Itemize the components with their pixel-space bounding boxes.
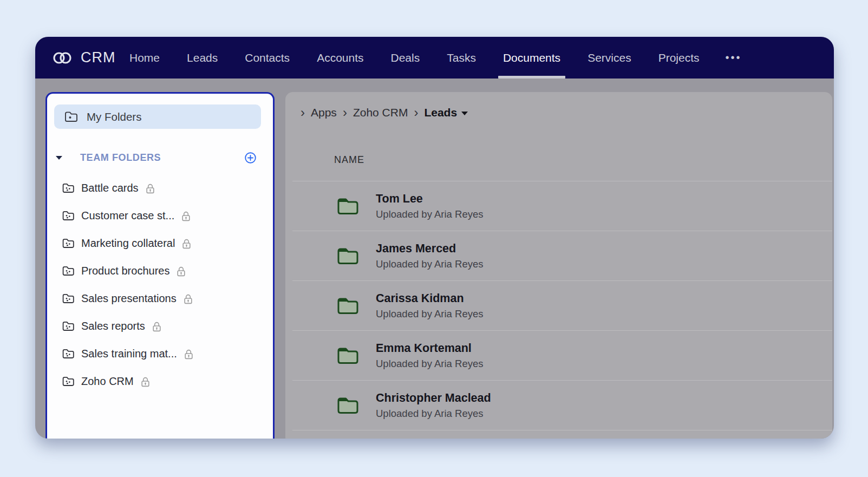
nav-tab[interactable]: Deals [391, 37, 420, 79]
crm-logo[interactable]: CRM [51, 49, 129, 67]
team-folder-item[interactable]: Product brochures [47, 257, 273, 285]
nav-tab-label: Home [129, 51, 160, 64]
nav-tab[interactable]: Tasks [447, 37, 476, 79]
shared-folder-icon [62, 183, 74, 193]
nav-tab[interactable]: Accounts [317, 37, 363, 79]
folder-dot-icon [64, 111, 77, 122]
team-folder-label: Product brochures [81, 265, 169, 277]
document-uploader: Uploaded by Aria Reyes [376, 407, 491, 420]
team-folder-item[interactable]: Marketing collateral [47, 230, 273, 257]
breadcrumb-current-leads[interactable]: Leads [424, 106, 468, 119]
document-row[interactable]: Carissa Kidman Uploaded by Aria Reyes [292, 281, 832, 331]
shared-folder-icon [62, 238, 74, 249]
nav-tabs: Home Leads Contacts Accounts Deals [129, 37, 700, 79]
document-row[interactable]: James Merced Uploaded by Aria Reyes [292, 231, 832, 281]
team-folder-item[interactable]: Customer case st... [47, 202, 273, 230]
lock-icon [181, 211, 191, 221]
nav-tab-label: Accounts [317, 51, 363, 64]
nav-tab[interactable]: Leads [187, 37, 218, 79]
lock-icon [184, 349, 193, 360]
document-row-text: Tom Lee Uploaded by Aria Reyes [376, 192, 483, 221]
document-row[interactable]: Emma Kortemanl Uploaded by Aria Reyes [292, 331, 832, 381]
breadcrumb-apps[interactable]: Apps [311, 106, 337, 119]
document-row-text: Carissa Kidman Uploaded by Aria Reyes [376, 291, 483, 321]
document-row[interactable]: Tom Lee Uploaded by Aria Reyes [292, 181, 832, 231]
plus-circle-icon[interactable] [244, 152, 257, 164]
document-name: James Merced [376, 241, 483, 256]
brand-name: CRM [81, 49, 116, 66]
green-folder-icon [337, 197, 358, 215]
team-folder-label: Sales training mat... [81, 348, 177, 360]
nav-tab-label: Contacts [245, 51, 290, 64]
team-folder-item[interactable]: Sales reports [47, 312, 273, 340]
team-folder-label: Customer case st... [81, 210, 174, 222]
nav-tab-label: Deals [391, 51, 420, 64]
lock-icon [152, 321, 161, 332]
nav-tab-label: Tasks [447, 51, 476, 64]
top-navbar: CRM Home Leads Contacts Accounts [35, 37, 834, 79]
my-folders-button[interactable]: My Folders [54, 104, 261, 129]
team-folder-item[interactable]: Zoho CRM [47, 368, 273, 395]
nav-tab[interactable]: Home [129, 37, 160, 79]
caret-down-icon[interactable] [56, 156, 62, 160]
lock-icon [146, 183, 155, 194]
shared-folder-icon [62, 376, 74, 387]
nav-tab-label: Leads [187, 51, 218, 64]
lock-icon [182, 238, 191, 249]
breadcrumb-current-label: Leads [424, 106, 457, 119]
green-folder-icon [337, 347, 358, 365]
nav-tab-label: Services [588, 51, 631, 64]
document-name: Carissa Kidman [376, 291, 483, 305]
shared-folder-icon [62, 266, 74, 276]
lock-icon [177, 266, 186, 277]
shared-folder-icon [62, 321, 74, 331]
team-folder-label: Battle cards [81, 182, 139, 194]
team-folder-item[interactable]: Battle cards [47, 174, 273, 202]
team-folder-label: Zoho CRM [81, 375, 134, 388]
folders-sidebar: My Folders TEAM FOLDERS [45, 92, 275, 439]
document-uploader: Uploaded by Aria Reyes [376, 208, 483, 221]
document-name: Christopher Maclead [376, 391, 491, 405]
shared-folder-icon [62, 349, 74, 359]
document-uploader: Uploaded by Aria Reyes [376, 258, 483, 271]
breadcrumb: › Apps › Zoho CRM › Leads [285, 92, 832, 119]
nav-tab[interactable]: Projects [658, 37, 700, 79]
shared-folder-icon [62, 293, 74, 304]
team-folder-label: Sales presentations [81, 292, 177, 305]
nav-tab[interactable]: Services [588, 37, 631, 79]
ellipsis-icon: ••• [726, 51, 742, 63]
breadcrumb-zoho-crm[interactable]: Zoho CRM [353, 106, 408, 119]
lock-icon [141, 376, 150, 387]
nav-more-button[interactable]: ••• [726, 51, 742, 64]
chevron-right-icon: › [301, 107, 305, 118]
document-name: Emma Kortemanl [376, 341, 483, 355]
nav-tab[interactable]: Documents [503, 37, 560, 79]
team-folder-label: Marketing collateral [81, 237, 175, 250]
team-folder-label: Sales reports [81, 320, 145, 332]
team-folders-label: TEAM FOLDERS [80, 152, 161, 164]
green-folder-icon [337, 247, 358, 265]
green-folder-icon [337, 297, 358, 315]
column-header-name: NAME [334, 154, 832, 166]
crm-app-window: CRM Home Leads Contacts Accounts [35, 37, 834, 439]
team-folders-header: TEAM FOLDERS [47, 152, 273, 164]
document-row-text: Christopher Maclead Uploaded by Aria Rey… [376, 391, 491, 420]
team-folder-item[interactable]: Sales training mat... [47, 340, 273, 368]
document-uploader: Uploaded by Aria Reyes [376, 308, 483, 321]
caret-down-icon [461, 112, 468, 115]
green-folder-icon [337, 396, 358, 415]
my-folders-label: My Folders [87, 110, 141, 123]
shared-folder-icon [62, 211, 74, 221]
nav-tab-label: Documents [503, 51, 560, 64]
team-folder-item[interactable]: Sales presentations [47, 285, 273, 312]
documents-content-panel: › Apps › Zoho CRM › Leads NAME [285, 92, 832, 439]
nav-tab[interactable]: Contacts [245, 37, 290, 79]
chevron-right-icon: › [343, 107, 347, 118]
document-row-text: Emma Kortemanl Uploaded by Aria Reyes [376, 341, 483, 370]
chevron-right-icon: › [414, 107, 418, 118]
zoho-crm-rings-icon [51, 49, 73, 67]
document-row[interactable]: Christopher Maclead Uploaded by Aria Rey… [292, 381, 832, 430]
document-name: Tom Lee [376, 192, 483, 206]
team-folder-list: Battle cards [47, 174, 273, 395]
document-row-text: James Merced Uploaded by Aria Reyes [376, 241, 483, 271]
